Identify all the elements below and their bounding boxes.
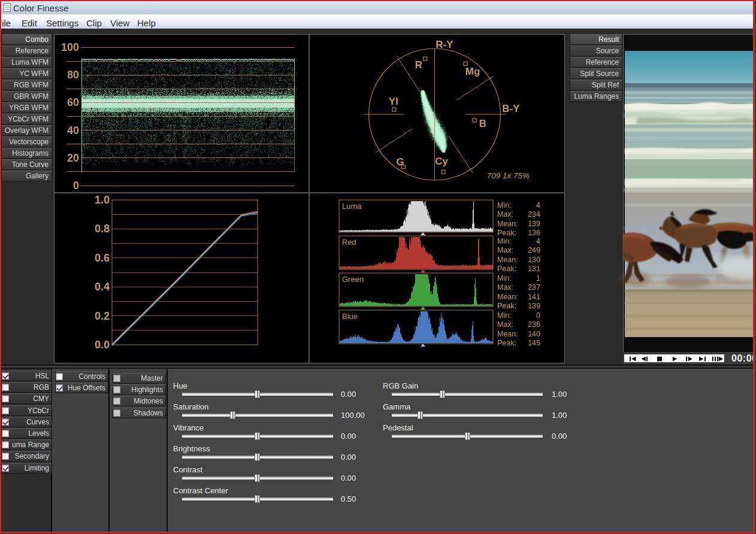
svg-text:Max:: Max:	[497, 246, 513, 254]
svg-text:100: 100	[61, 41, 79, 53]
svg-text:4: 4	[536, 237, 540, 245]
svg-text:Max:: Max:	[497, 320, 513, 329]
svg-text:1.0: 1.0	[95, 194, 110, 206]
svg-text:B: B	[479, 118, 486, 129]
svg-text:40: 40	[67, 125, 79, 136]
svg-text:4: 4	[536, 201, 540, 210]
svg-text:0.2: 0.2	[95, 310, 110, 322]
svg-text:Mean:: Mean:	[497, 256, 518, 264]
svg-text:0: 0	[536, 311, 540, 320]
svg-text:Max:: Max:	[497, 210, 513, 219]
svg-text:Min:: Min:	[497, 274, 512, 283]
svg-text:Peak:: Peak:	[497, 229, 516, 237]
svg-text:234: 234	[528, 210, 540, 219]
svg-text:B-Y: B-Y	[502, 103, 520, 114]
svg-text:Mean:: Mean:	[497, 220, 518, 228]
svg-text:Mg: Mg	[465, 66, 480, 77]
svg-text:139: 139	[528, 220, 540, 228]
svg-text:Cy: Cy	[435, 156, 448, 167]
svg-text:Min:: Min:	[497, 311, 512, 320]
svg-text:145: 145	[528, 339, 540, 347]
svg-text:136: 136	[528, 229, 540, 237]
svg-text:Peak:: Peak:	[497, 339, 516, 347]
svg-text:Peak:: Peak:	[497, 265, 516, 273]
svg-text:237: 237	[528, 283, 540, 292]
svg-text:Luma: Luma	[342, 202, 362, 211]
svg-text:Mean:: Mean:	[497, 330, 518, 338]
svg-text:130: 130	[528, 256, 540, 264]
svg-text:Mean:: Mean:	[497, 293, 518, 301]
svg-text:139: 139	[528, 302, 540, 310]
svg-text:Blue: Blue	[342, 312, 358, 321]
svg-text:Min:: Min:	[497, 237, 512, 245]
svg-text:Yl: Yl	[389, 96, 398, 107]
svg-text:709 1x 75%: 709 1x 75%	[487, 171, 530, 180]
svg-text:0: 0	[73, 180, 79, 192]
svg-text:G: G	[396, 156, 404, 168]
svg-text:141: 141	[528, 293, 540, 301]
svg-text:249: 249	[528, 246, 540, 254]
svg-text:Peak:: Peak:	[497, 302, 516, 310]
svg-text:1: 1	[536, 274, 540, 283]
svg-text:0.4: 0.4	[95, 281, 110, 293]
svg-text:0.6: 0.6	[95, 252, 110, 264]
svg-text:Max:: Max:	[497, 283, 513, 292]
svg-text:Min:: Min:	[497, 201, 512, 210]
svg-text:131: 131	[528, 265, 540, 273]
svg-text:60: 60	[67, 96, 79, 108]
svg-text:140: 140	[528, 330, 540, 338]
svg-text:Red: Red	[342, 238, 356, 247]
svg-text:20: 20	[67, 152, 79, 164]
svg-text:80: 80	[67, 69, 79, 81]
svg-text:0.8: 0.8	[95, 223, 110, 235]
svg-text:Green: Green	[342, 275, 364, 284]
svg-text:236: 236	[528, 320, 540, 329]
svg-text:R-Y: R-Y	[436, 39, 453, 50]
svg-text:R: R	[415, 59, 422, 71]
svg-text:0.0: 0.0	[95, 339, 110, 351]
